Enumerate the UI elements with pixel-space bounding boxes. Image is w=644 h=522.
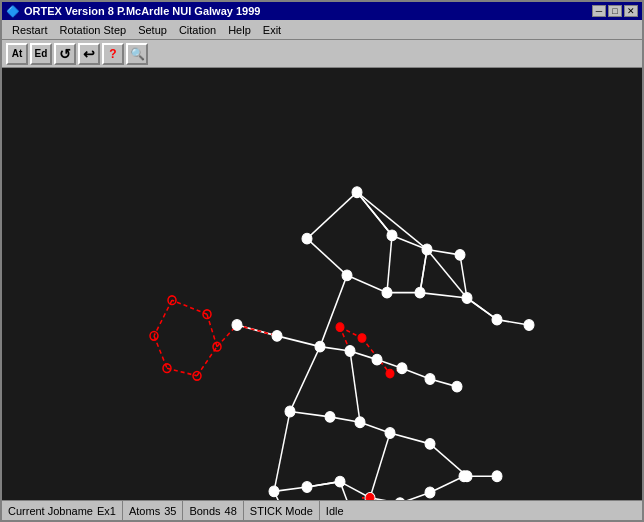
svg-line-14: [420, 249, 427, 292]
svg-point-71: [492, 314, 502, 325]
svg-line-8: [357, 192, 392, 235]
molecule-svg: [2, 68, 642, 500]
svg-point-75: [315, 341, 325, 352]
svg-line-0: [307, 192, 357, 238]
svg-point-82: [325, 411, 335, 422]
app-icon: 🔷: [6, 5, 20, 18]
svg-point-73: [232, 320, 242, 331]
toolbar-undo-button[interactable]: ↩: [78, 43, 100, 65]
svg-point-78: [397, 363, 407, 374]
svg-line-17: [277, 336, 320, 347]
svg-point-100: [358, 334, 366, 343]
svg-point-72: [524, 320, 534, 331]
svg-line-4: [387, 235, 392, 292]
toolbar-rotate-button[interactable]: ↺: [54, 43, 76, 65]
status-bar: Current Jobname Ex1 Atoms 35 Bonds 48 ST…: [2, 500, 642, 520]
title-text: 🔷 ORTEX Version 8 P.McArdle NUI Galway 1…: [6, 5, 260, 18]
svg-line-47: [370, 433, 390, 498]
svg-line-24: [290, 411, 330, 416]
svg-point-69: [415, 287, 425, 298]
svg-point-66: [455, 249, 465, 260]
svg-line-7: [392, 235, 427, 249]
svg-point-76: [345, 346, 355, 357]
toolbar-ed-button[interactable]: Ed: [30, 43, 52, 65]
menu-citation[interactable]: Citation: [173, 23, 222, 37]
toolbar-search-button[interactable]: 🔍: [126, 43, 148, 65]
svg-point-84: [385, 428, 395, 439]
svg-line-23: [290, 347, 320, 412]
atoms-label: Atoms: [129, 505, 160, 517]
svg-point-62: [352, 187, 362, 198]
svg-point-68: [382, 287, 392, 298]
state-value: Idle: [326, 505, 344, 517]
svg-line-15: [347, 275, 387, 292]
toolbar-help-button[interactable]: ?: [102, 43, 124, 65]
jobname-value: Ex1: [97, 505, 116, 517]
svg-line-54: [172, 300, 207, 314]
svg-point-89: [335, 476, 345, 487]
maximize-button[interactable]: □: [608, 5, 622, 17]
svg-point-81: [285, 406, 295, 417]
svg-point-85: [425, 438, 435, 449]
close-button[interactable]: ✕: [624, 5, 638, 17]
toolbar: At Ed ↺ ↩ ? 🔍: [2, 40, 642, 68]
mode-status: STICK Mode: [244, 501, 320, 520]
svg-point-70: [462, 293, 472, 304]
svg-point-88: [302, 482, 312, 493]
atoms-value: 35: [164, 505, 176, 517]
jobname-status: Current Jobname Ex1: [2, 501, 123, 520]
svg-point-77: [372, 354, 382, 365]
svg-line-35: [430, 476, 464, 492]
menu-setup[interactable]: Setup: [132, 23, 173, 37]
svg-line-27: [390, 433, 430, 444]
menu-rotation-step[interactable]: Rotation Step: [53, 23, 132, 37]
svg-point-99: [336, 323, 344, 332]
svg-point-102: [366, 494, 374, 500]
svg-point-67: [342, 270, 352, 281]
svg-point-92: [425, 487, 435, 498]
molecule-canvas-area[interactable]: [2, 68, 642, 500]
svg-line-29: [274, 411, 290, 491]
svg-point-65: [422, 244, 432, 255]
bonds-status: Bonds 48: [183, 501, 243, 520]
svg-point-93: [459, 471, 469, 482]
svg-line-43: [350, 351, 360, 422]
bonds-label: Bonds: [189, 505, 220, 517]
menu-restart[interactable]: Restart: [6, 23, 53, 37]
mode-value: STICK Mode: [250, 505, 313, 517]
svg-point-74: [272, 330, 282, 341]
menu-bar: Restart Rotation Step Setup Citation Hel…: [2, 20, 642, 40]
svg-line-50: [154, 336, 167, 368]
svg-line-49: [154, 300, 172, 336]
menu-help[interactable]: Help: [222, 23, 257, 37]
svg-line-52: [197, 347, 217, 376]
atoms-status: Atoms 35: [123, 501, 183, 520]
svg-point-63: [302, 233, 312, 244]
svg-point-80: [452, 381, 462, 392]
svg-line-3: [307, 239, 347, 276]
title-bar-controls: ─ □ ✕: [592, 5, 638, 17]
main-window: 🔷 ORTEX Version 8 P.McArdle NUI Galway 1…: [0, 0, 644, 522]
svg-point-83: [355, 417, 365, 428]
svg-point-91: [395, 498, 405, 500]
title-bar: 🔷 ORTEX Version 8 P.McArdle NUI Galway 1…: [2, 2, 642, 20]
bonds-value: 48: [225, 505, 237, 517]
svg-point-64: [387, 230, 397, 241]
svg-point-94: [492, 471, 502, 482]
svg-line-46: [420, 293, 467, 298]
jobname-label: Current Jobname: [8, 505, 93, 517]
svg-point-101: [386, 369, 394, 378]
svg-point-79: [425, 374, 435, 385]
svg-point-87: [269, 486, 279, 497]
menu-exit[interactable]: Exit: [257, 23, 287, 37]
toolbar-at-button[interactable]: At: [6, 43, 28, 65]
minimize-button[interactable]: ─: [592, 5, 606, 17]
window-title: ORTEX Version 8 P.McArdle NUI Galway 199…: [24, 5, 260, 17]
state-status: Idle: [320, 501, 642, 520]
